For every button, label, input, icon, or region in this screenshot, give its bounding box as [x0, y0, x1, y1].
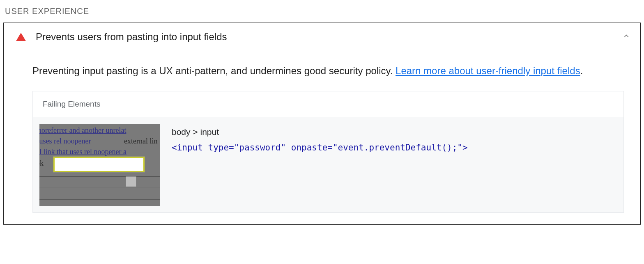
- element-screenshot-thumbnail: noreferrer and another unrelat t uses re…: [39, 124, 160, 206]
- thumb-highlighted-input: [53, 157, 145, 172]
- thumb-divider: [39, 187, 160, 187]
- audit-description: Preventing input pasting is a UX anti-pa…: [32, 63, 624, 80]
- audit-panel: Prevents users from pasting into input f…: [3, 23, 641, 225]
- element-selector: body > input: [172, 127, 617, 137]
- audit-header[interactable]: Prevents users from pasting into input f…: [4, 23, 640, 51]
- thumb-text: external lin: [124, 137, 157, 146]
- thumb-broken-image-icon: [126, 176, 136, 187]
- thumb-divider: [39, 176, 160, 177]
- failing-elements-header: Failing Elements: [33, 91, 623, 117]
- thumb-text: al link that uses rel noopener a: [39, 148, 126, 156]
- warning-triangle-icon: [16, 33, 26, 41]
- failing-elements-box: Failing Elements noreferrer and another …: [32, 91, 624, 213]
- audit-title: Prevents users from pasting into input f…: [36, 31, 622, 43]
- chevron-up-icon: [622, 32, 630, 42]
- section-title: USER EXPERIENCE: [3, 7, 641, 16]
- audit-description-period: .: [580, 65, 583, 76]
- learn-more-link[interactable]: Learn more about user-friendly input fie…: [396, 65, 580, 76]
- failing-element-row: noreferrer and another unrelat t uses re…: [33, 117, 623, 212]
- thumb-text: t uses rel noopener: [39, 137, 91, 146]
- element-code-snippet: <input type="password" onpaste="event.pr…: [172, 143, 617, 152]
- thumb-divider: [39, 199, 160, 200]
- audit-body: Preventing input pasting is a UX anti-pa…: [4, 51, 640, 224]
- element-info: body > input <input type="password" onpa…: [172, 124, 617, 206]
- thumb-text: noreferrer and another unrelat: [39, 126, 126, 135]
- thumb-text: ok: [39, 159, 44, 168]
- audit-description-text: Preventing input pasting is a UX anti-pa…: [32, 65, 396, 76]
